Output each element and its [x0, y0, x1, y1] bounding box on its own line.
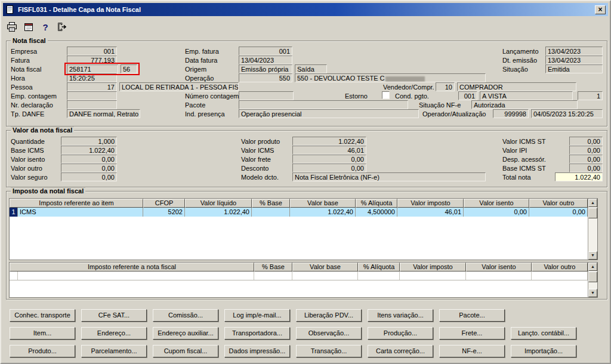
- operador-cod-field[interactable]: 999998: [493, 109, 529, 118]
- itens-variacao-button[interactable]: Itens variação...: [368, 309, 433, 322]
- empresa-field[interactable]: 001: [67, 47, 117, 55]
- comissao-button[interactable]: Comissão...: [153, 309, 218, 322]
- pessoa-cod-field[interactable]: 17: [67, 82, 117, 91]
- ind-presenca-field[interactable]: Operação presencial: [239, 109, 419, 118]
- frete-button[interactable]: Frete...: [439, 327, 505, 340]
- lancamento-field[interactable]: 13/04/2023: [545, 47, 603, 55]
- empty-table-row[interactable]: [10, 272, 588, 280]
- situacao-field[interactable]: Emitida: [545, 64, 603, 73]
- emp-contagem-field[interactable]: [67, 91, 117, 100]
- conhec-transporte-button[interactable]: Conhec. transporte: [10, 309, 75, 322]
- column-header[interactable]: CFOP: [143, 199, 185, 208]
- calendar-button[interactable]: [21, 20, 36, 34]
- column-header[interactable]: % Base: [254, 263, 292, 272]
- column-header[interactable]: Valor base: [290, 199, 356, 208]
- base-icms-st-field[interactable]: 0,00: [569, 164, 603, 172]
- estorno-checkbox[interactable]: [382, 91, 390, 99]
- title-bar[interactable]: FISFL031 - Detalhe Capa da Nota Fiscal ×: [3, 3, 608, 16]
- base-icms-field[interactable]: 1.022,40: [61, 146, 117, 155]
- valor-icms-st-field[interactable]: 0,00: [569, 137, 603, 146]
- close-button[interactable]: ×: [595, 5, 606, 14]
- column-header[interactable]: % Base: [252, 199, 290, 208]
- vendedor-cod-field[interactable]: 10: [436, 82, 455, 91]
- scrollbar-thumb[interactable]: [588, 208, 597, 218]
- vertical-scrollbar[interactable]: ▲ ▼: [588, 263, 597, 297]
- valor-ipi-field[interactable]: 0,00: [569, 146, 603, 155]
- log-imp-email-button[interactable]: Log imp/e-mail...: [224, 309, 290, 322]
- produto-button[interactable]: Produto...: [10, 345, 75, 357]
- pacote-field[interactable]: [239, 100, 408, 109]
- endereco-button[interactable]: Endereço...: [81, 327, 147, 340]
- scrollbar-thumb[interactable]: [588, 272, 597, 282]
- column-header[interactable]: Valor isento: [466, 263, 532, 272]
- scroll-down-button[interactable]: ▼: [588, 289, 597, 297]
- parcelamento-button[interactable]: Parcelamento...: [81, 345, 147, 357]
- carta-correcao-button[interactable]: Carta correção...: [368, 345, 433, 357]
- column-header[interactable]: Valor outro: [532, 263, 588, 272]
- column-header[interactable]: Valor líquido: [185, 199, 252, 208]
- valor-produto-field[interactable]: 1.022,40: [292, 137, 366, 146]
- cond-pgto-cod-field[interactable]: 001: [458, 91, 477, 100]
- cupom-fiscal-button[interactable]: Cupom fiscal...: [153, 345, 218, 357]
- cond-pgto-desc-field[interactable]: A VISTA: [480, 91, 573, 100]
- desp-acessor-field[interactable]: 0,00: [569, 155, 603, 164]
- column-header[interactable]: Imposto referente ao item: [10, 199, 143, 208]
- item-button[interactable]: Item...: [10, 327, 75, 340]
- operacao-desc-field[interactable]: 550 - DEVOLUCAO TESTE C: [295, 73, 486, 82]
- situacao-nfe-field[interactable]: Autorizada: [471, 100, 578, 109]
- column-header[interactable]: % Alíquota: [358, 263, 400, 272]
- dt-emissao-field[interactable]: 13/04/2023: [545, 55, 603, 64]
- transportadora-button[interactable]: Transportadora...: [224, 327, 290, 340]
- table-row[interactable]: 1 ICMS 5202 1.022,40 1.022,40 4,500000 4…: [10, 208, 588, 217]
- nr-declaracao-field[interactable]: [67, 100, 117, 109]
- print-button[interactable]: [5, 20, 19, 34]
- importacao-button[interactable]: Importação...: [511, 345, 576, 357]
- valor-isento-field[interactable]: 0,00: [61, 155, 117, 164]
- liberacao-pdv-button[interactable]: Liberação PDV...: [296, 309, 362, 322]
- row-number-cell: 1: [10, 208, 18, 217]
- valor-frete-field[interactable]: 0,00: [292, 155, 366, 164]
- nfe-button[interactable]: NF-e...: [439, 345, 505, 357]
- dados-impressao-button[interactable]: Dados impressão...: [224, 345, 290, 357]
- numero-contagem-field[interactable]: [239, 91, 294, 100]
- vertical-scrollbar[interactable]: ▲ ▼: [588, 199, 597, 260]
- lancto-contabil-button[interactable]: Lançto. contábil...: [511, 327, 576, 340]
- origem-field[interactable]: Emissão própria: [239, 64, 292, 73]
- column-header[interactable]: Valor imposto: [400, 263, 466, 272]
- pessoa-nome-field[interactable]: LOCAL DE RETIRADA 1 - PESSOA FISICA: [119, 82, 239, 91]
- tp-danfe-field[interactable]: DANFE normal, Retrato: [67, 109, 140, 118]
- data-fatura-field[interactable]: 13/04/2023: [239, 55, 292, 64]
- origem-tipo-field[interactable]: Saída: [295, 64, 327, 73]
- cond-pgto-qtd-field[interactable]: 1: [578, 91, 603, 100]
- valor-icms-field[interactable]: 46,01: [292, 146, 366, 155]
- desconto-field[interactable]: 0,00: [292, 164, 366, 172]
- scroll-up-button[interactable]: ▲: [588, 263, 597, 271]
- transacao-button[interactable]: Transação...: [296, 345, 362, 357]
- vendedor-nome-field[interactable]: COMPRADOR: [457, 82, 576, 91]
- scroll-up-button[interactable]: ▲: [588, 199, 597, 207]
- column-header[interactable]: Valor isento: [464, 199, 529, 208]
- valor-outro-field[interactable]: 0,00: [61, 164, 117, 172]
- total-nota-field[interactable]: 1.022,40: [555, 172, 603, 181]
- quantidade-field[interactable]: 1,000: [61, 137, 117, 146]
- operador-data-field[interactable]: 04/05/2023 15:20:25: [531, 109, 603, 118]
- pacote-button[interactable]: Pacote...: [439, 309, 505, 322]
- column-header[interactable]: Valor base: [292, 263, 358, 272]
- base-icms-label: Base ICMS: [11, 147, 44, 154]
- emp-fatura-field[interactable]: 001: [239, 47, 292, 55]
- scroll-down-button[interactable]: ▼: [588, 251, 597, 260]
- observacao-button[interactable]: Observação...: [296, 327, 362, 340]
- column-header[interactable]: % Alíquota: [356, 199, 397, 208]
- column-header[interactable]: Imposto referente a nota fiscal: [10, 263, 254, 272]
- cfe-sat-button[interactable]: CFe SAT...: [81, 309, 147, 322]
- producao-button[interactable]: Produção...: [368, 327, 433, 340]
- exit-button[interactable]: [55, 20, 69, 34]
- operacao-cod-field[interactable]: 550: [239, 73, 292, 82]
- valor-seguro-field[interactable]: 0,00: [61, 172, 117, 181]
- modelo-dcto-field[interactable]: Nota Fiscal Eletrônica (NF-e): [292, 172, 486, 181]
- help-button[interactable]: ?: [38, 20, 53, 34]
- column-header[interactable]: Valor outro: [529, 199, 588, 208]
- cfop-cell: 5202: [143, 208, 185, 217]
- column-header[interactable]: Valor imposto: [397, 199, 464, 208]
- endereco-auxiliar-button[interactable]: Endereço auxiliar...: [153, 327, 218, 340]
